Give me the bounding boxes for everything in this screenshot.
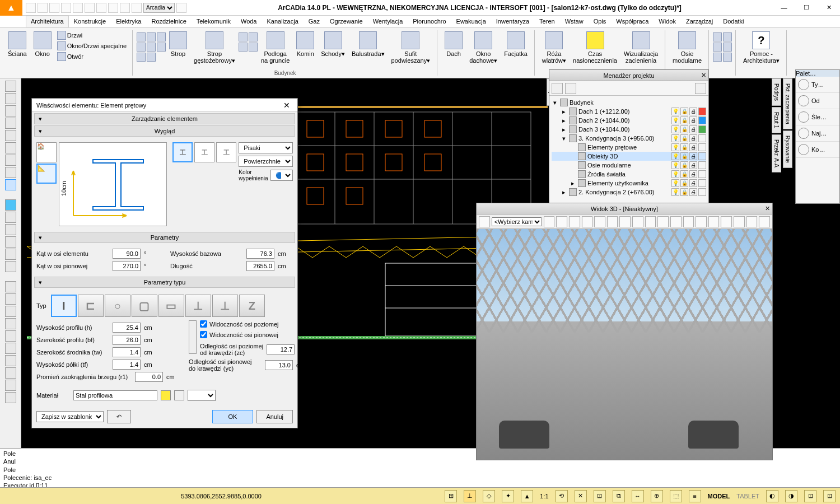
v3d-btn-icon[interactable] xyxy=(721,216,732,227)
view3d-close-icon[interactable]: ✕ xyxy=(765,205,770,212)
tool-icon[interactable] xyxy=(5,380,16,391)
yc-input[interactable] xyxy=(265,360,293,370)
tool-icon[interactable] xyxy=(5,105,16,116)
pisaki-select[interactable]: Pisaki xyxy=(239,142,293,153)
qat-layers-icon[interactable] xyxy=(176,3,186,13)
v3d-btn-icon[interactable] xyxy=(607,216,618,227)
kat-elem-input[interactable] xyxy=(113,249,141,259)
tool-icon[interactable] xyxy=(5,118,16,129)
small-icon[interactable] xyxy=(713,43,722,52)
h-input[interactable] xyxy=(113,323,141,333)
v3d-btn-icon[interactable] xyxy=(696,216,707,227)
profile-type-rect[interactable]: ▭ xyxy=(158,295,184,317)
tab-zarzadzaj[interactable]: Zarządzaj xyxy=(681,16,718,27)
view3d-canvas[interactable] xyxy=(477,229,772,460)
sidetab-rysowanie[interactable]: Rysowanie xyxy=(783,130,792,168)
v3d-btn-icon[interactable] xyxy=(632,216,643,227)
tab-widok[interactable]: Widok xyxy=(654,16,681,27)
profile-thumb[interactable]: 工 xyxy=(216,142,236,162)
wys-baz-input[interactable] xyxy=(246,249,274,259)
qat-open-icon[interactable] xyxy=(38,3,48,13)
material-input[interactable] xyxy=(73,390,157,400)
save-template-select[interactable]: Zapisz w szablonie xyxy=(36,411,104,422)
tool-icon[interactable] xyxy=(5,261,16,272)
tool-icon[interactable] xyxy=(5,392,16,403)
profile-type-o[interactable]: ○ xyxy=(105,295,130,317)
v3d-btn-icon[interactable] xyxy=(670,216,682,227)
tab-teren[interactable]: Teren xyxy=(534,16,560,27)
btn-pomoc[interactable]: ?Pomoc - Architektura▾ xyxy=(740,30,783,65)
small-icon[interactable] xyxy=(713,53,722,62)
tool-icon[interactable] xyxy=(5,318,16,329)
tool-icon[interactable] xyxy=(5,236,16,248)
qat-redo-icon[interactable] xyxy=(96,3,106,13)
tool-icon[interactable] xyxy=(5,249,16,260)
tool-icon[interactable] xyxy=(5,142,16,153)
v3d-btn-icon[interactable] xyxy=(683,216,694,227)
section-type[interactable]: Parametry typu xyxy=(34,277,295,288)
tool-icon[interactable] xyxy=(5,81,16,92)
snap-icon[interactable]: ▲ xyxy=(521,490,533,502)
qat-save-icon[interactable] xyxy=(49,3,59,13)
snap-ortho-icon[interactable]: ⊥ xyxy=(464,490,476,502)
status-icon[interactable]: ≡ xyxy=(689,490,701,502)
tab-elektryka[interactable]: Elektryka xyxy=(111,16,146,27)
btn-strop[interactable]: Strop xyxy=(166,30,190,65)
powierzchnie-select[interactable]: Powierzchnie xyxy=(239,156,293,167)
btn-sufit[interactable]: Sufit podwieszany▾ xyxy=(388,30,434,65)
v3d-btn-icon[interactable] xyxy=(594,216,605,227)
tool-icon[interactable] xyxy=(5,355,16,366)
profile-type-box[interactable]: ▢ xyxy=(132,295,157,317)
small-icon[interactable] xyxy=(157,32,166,41)
snap-grid-icon[interactable]: ⊞ xyxy=(445,490,457,502)
small-icon[interactable] xyxy=(723,53,732,62)
undo-button[interactable]: ↶ xyxy=(107,410,131,423)
status-icon[interactable]: ↔ xyxy=(632,490,644,502)
tool-icon[interactable] xyxy=(5,167,16,178)
status-icon[interactable]: ⟲ xyxy=(556,490,568,502)
profile-type-t2[interactable]: ⊥ xyxy=(212,295,238,317)
tf-input[interactable] xyxy=(113,360,141,370)
btn-balustrada[interactable]: Balustrada▾ xyxy=(348,30,388,65)
qat-print-icon[interactable] xyxy=(73,3,83,13)
close-button[interactable]: ✕ xyxy=(818,0,840,16)
tool-icon[interactable] xyxy=(5,293,16,305)
palette-item[interactable]: Naj… xyxy=(796,125,839,142)
tool-icon[interactable] xyxy=(5,179,16,190)
status-icon[interactable]: ⊡ xyxy=(804,490,816,502)
profile-thumb[interactable]: 工 xyxy=(172,142,193,162)
profile-thumb[interactable]: 工 xyxy=(194,142,214,162)
tab-wspol[interactable]: Współpraca xyxy=(611,16,654,27)
status-icon[interactable]: ⊡ xyxy=(594,490,606,502)
palette-item[interactable]: Ty… xyxy=(796,77,839,93)
section-look[interactable]: Wygląd xyxy=(34,125,295,137)
minimize-button[interactable]: — xyxy=(773,0,795,16)
maximize-button[interactable]: ☐ xyxy=(795,0,818,16)
v3d-btn-icon[interactable] xyxy=(708,216,720,227)
tab-kanalizacja[interactable]: Kanalizacja xyxy=(262,16,304,27)
scroll-icon[interactable] xyxy=(189,320,197,354)
tool-icon[interactable] xyxy=(5,212,16,223)
v3d-btn-icon[interactable] xyxy=(746,216,758,227)
qat-layer-combo[interactable]: Arcadia xyxy=(143,3,175,13)
camera-icon[interactable] xyxy=(479,216,490,227)
material-edit-icon[interactable] xyxy=(174,390,184,400)
btn-facjatka[interactable]: Facjatka xyxy=(501,30,531,65)
qat-bulb-icon[interactable] xyxy=(108,3,118,13)
small-icon[interactable] xyxy=(147,53,156,62)
tab-dodatki[interactable]: Dodatki xyxy=(718,16,749,27)
view-toggle-icon[interactable]: 🏠 xyxy=(36,142,57,162)
pm-filter-icon[interactable] xyxy=(695,83,706,94)
v3d-btn-icon[interactable] xyxy=(759,216,770,227)
palette-item[interactable]: Śle… xyxy=(796,109,839,125)
material-lib-icon[interactable] xyxy=(161,390,171,400)
v3d-btn-icon[interactable] xyxy=(734,216,745,227)
small-icon[interactable] xyxy=(239,43,248,52)
btn-drzwi[interactable]: Drzwi xyxy=(55,30,129,40)
btn-okno[interactable]: Okno xyxy=(30,30,55,62)
small-icon[interactable] xyxy=(147,43,156,52)
small-icon[interactable] xyxy=(157,43,166,52)
qat-lock-icon[interactable] xyxy=(132,3,142,13)
status-icon[interactable]: ⧉ xyxy=(613,490,625,502)
small-icon[interactable] xyxy=(137,53,146,62)
